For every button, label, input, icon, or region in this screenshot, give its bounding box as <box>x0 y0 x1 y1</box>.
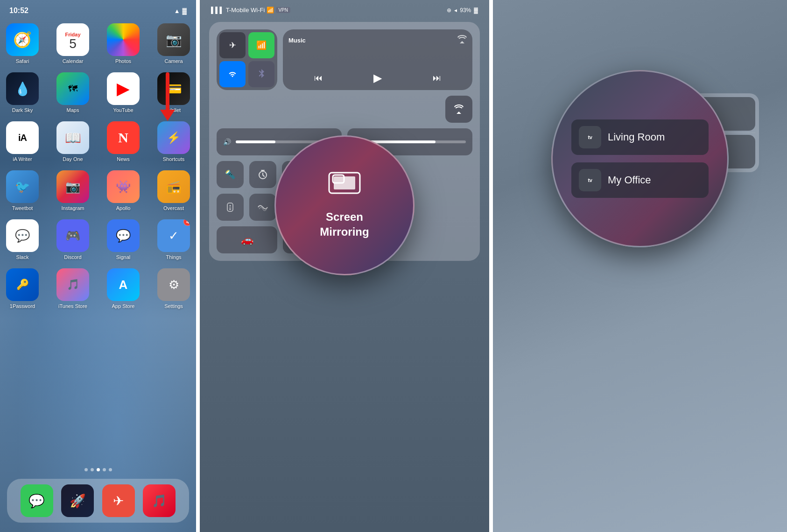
itunesstore-label: iTunes Store <box>58 303 87 309</box>
instagram-icon: 📷 <box>56 170 89 203</box>
discord-icon: 🎮 <box>56 219 89 252</box>
maps-icon: 🗺 <box>56 72 89 105</box>
cc-status-left: ▌▌▌ T-Mobile Wi-Fi 📶 VPN <box>211 7 290 14</box>
dock: 💬 🚀 ✈ 🎵 <box>7 479 189 523</box>
settings-icon: ⚙ <box>157 268 190 301</box>
cc-car-play[interactable]: 🚗 <box>217 226 277 253</box>
dock-spark[interactable]: ✈ <box>102 484 135 517</box>
cc-airplane-mode[interactable]: ✈ <box>219 32 246 58</box>
cc-music-widget[interactable]: Music ⏮ ▶ ⏭ <box>283 29 472 90</box>
app-maps[interactable]: 🗺 Maps <box>52 72 94 113</box>
airplay-circle-my-office[interactable]: tv My Office <box>571 162 709 198</box>
wifi-icon-cc: 📶 <box>267 7 274 14</box>
app-tweetbot[interactable]: 🐦 Tweetbot <box>1 170 43 211</box>
volume-fill <box>236 140 275 143</box>
airplay-circle-living-room[interactable]: tv Living Room <box>571 119 709 155</box>
app-itunes-store[interactable]: 🎵 iTunes Store <box>52 268 94 309</box>
brightness-track <box>365 140 466 143</box>
cc-siri-shortcuts[interactable] <box>249 194 276 221</box>
app-apollo[interactable]: 👾 Apollo <box>102 170 144 211</box>
signal-icon: 💬 <box>107 219 140 252</box>
dock-messages[interactable]: 💬 <box>21 484 53 517</box>
calendar-label: Calendar <box>63 58 84 64</box>
rewind-icon[interactable]: ⏮ <box>314 73 323 83</box>
photos-label: Photos <box>115 58 131 64</box>
cc-flashlight[interactable]: 🔦 <box>217 161 244 188</box>
appletv-circle-livingroom-icon: tv <box>579 126 601 148</box>
app-calendar[interactable]: Friday 5 Calendar <box>52 23 94 64</box>
app-overcast[interactable]: 📻 Overcast <box>153 170 195 211</box>
music-widget-label: Music <box>288 37 306 44</box>
app-camera[interactable]: 📷 Camera <box>153 23 195 64</box>
page-dot-1 <box>84 468 88 471</box>
app-safari[interactable]: 🧭 Safari <box>1 23 43 64</box>
signal-bars: ▌▌▌ <box>211 7 224 14</box>
cc-airplay-tile[interactable] <box>445 96 472 123</box>
page-dots <box>0 468 196 471</box>
cc-timer[interactable] <box>249 161 276 188</box>
app-instagram[interactable]: 📷 Instagram <box>52 170 94 211</box>
screen-mirror-text: Screen Mirroring <box>320 210 369 238</box>
darksky-icon: 💧 <box>6 72 39 105</box>
appstore-label: App Store <box>112 303 135 309</box>
svg-point-8 <box>230 205 231 207</box>
wifi-status-icon: ▲ <box>174 7 180 14</box>
dayone-icon: 📖 <box>56 121 89 154</box>
app-shortcuts[interactable]: ⚡ Shortcuts <box>153 121 195 162</box>
tweetbot-label: Tweetbot <box>12 205 33 211</box>
app-youtube[interactable]: ▶ YouTube <box>102 72 144 113</box>
things-badge: 4 <box>183 219 190 226</box>
circle-my-office-label: My Office <box>608 174 651 186</box>
app-slack[interactable]: 💬 Slack <box>1 219 43 260</box>
cc-remote[interactable] <box>217 194 244 221</box>
app-app-store[interactable]: A App Store <box>102 268 144 309</box>
slack-label: Slack <box>16 254 29 260</box>
status-bar: 10:52 ▲ ▓ <box>0 0 196 19</box>
shortcuts-label: Shortcuts <box>163 156 184 162</box>
darksky-label: Dark Sky <box>12 107 33 113</box>
svg-rect-10 <box>229 209 231 210</box>
safari-label: Safari <box>16 58 29 64</box>
app-photos[interactable]: Photos <box>102 23 144 64</box>
vpn-badge: VPN <box>276 7 290 13</box>
iawriter-label: iA Writer <box>13 156 32 162</box>
onepassword-label: 1Password <box>10 303 35 309</box>
battery-icon-cc: ▓ <box>474 7 478 14</box>
status-time: 10:52 <box>9 7 28 15</box>
battery-icon: ▓ <box>183 7 187 14</box>
app-darksky[interactable]: 💧 Dark Sky <box>1 72 43 113</box>
location-icon: ⊕ <box>447 7 451 14</box>
app-settings[interactable]: ⚙ Settings <box>153 268 195 309</box>
app-iawriter[interactable]: iA iA Writer <box>1 121 43 162</box>
red-arrow-indicator <box>160 72 175 121</box>
fast-forward-icon[interactable]: ⏭ <box>433 73 441 83</box>
app-1password[interactable]: 🔑 1Password <box>1 268 43 309</box>
cc-row-1: ✈ 📶 Music <box>217 29 472 90</box>
calendar-icon: Friday 5 <box>56 23 89 56</box>
panel-divider-2 <box>489 0 493 532</box>
app-dayone[interactable]: 📖 Day One <box>52 121 94 162</box>
airplay-picker-panel: tv Living Room tv My Office tv Living Ro… <box>493 0 787 532</box>
app-news[interactable]: N News <box>102 121 144 162</box>
airplay-icon-cc[interactable] <box>457 35 467 45</box>
screen-mirroring-circle[interactable]: Screen Mirroring <box>274 135 415 275</box>
play-icon[interactable]: ▶ <box>373 71 382 84</box>
apollo-label: Apollo <box>116 205 131 211</box>
screen-mirror-icon <box>328 172 361 202</box>
onepassword-icon: 🔑 <box>6 268 39 301</box>
app-things[interactable]: ✓ 4 Things <box>153 219 195 260</box>
dock-music[interactable]: 🎵 <box>143 484 176 517</box>
tweetbot-icon: 🐦 <box>6 170 39 203</box>
battery-percent: 93% <box>460 7 471 14</box>
app-discord[interactable]: 🎮 Discord <box>52 219 94 260</box>
news-icon: N <box>107 121 140 154</box>
overcast-icon: 📻 <box>157 170 190 203</box>
cc-cellular[interactable]: 📶 <box>248 32 274 58</box>
camera-icon: 📷 <box>157 23 190 56</box>
cc-wifi[interactable] <box>219 61 246 87</box>
camera-label: Camera <box>164 58 183 64</box>
cc-bluetooth[interactable] <box>248 61 274 87</box>
dock-rocket[interactable]: 🚀 <box>61 484 94 517</box>
app-signal[interactable]: 💬 Signal <box>102 219 144 260</box>
music-dock-icon: 🎵 <box>143 484 176 517</box>
